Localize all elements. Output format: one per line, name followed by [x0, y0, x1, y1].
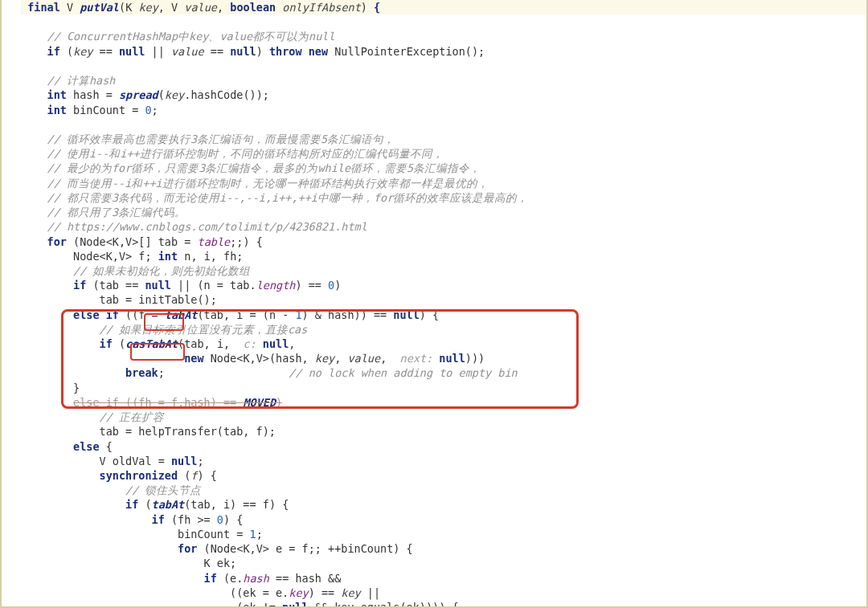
comment: // 都只用了3条汇编代码。 — [47, 206, 186, 218]
method-signature: final V putVal(K key, V value, boolean o… — [21, 0, 866, 14]
comment: // 正在扩容 — [100, 410, 164, 423]
comment: // 使用i--和i++进行循环控制时，不同的循环结构所对应的汇编代码量不同， — [47, 147, 444, 160]
comment: // 最少的为for循环，只需要3条汇编指令，最多的为while循环，需要5条汇… — [47, 161, 481, 174]
comment: // 计算hash — [47, 74, 116, 87]
struck-line: else if ((fh = f.hash) == MOVED) — [73, 396, 282, 409]
comment: // ConcurrentHashMap中key、value都不可以为null — [47, 30, 335, 43]
comment: // 循环效率最高也需要执行3条汇编语句，而最慢需要5条汇编语句， — [47, 133, 395, 145]
code-block: final V putVal(K key, V value, boolean o… — [2, 0, 866, 608]
comment: // https://www.cnblogs.com/tolimit/p/423… — [47, 220, 367, 233]
comment: // 如果目标索引位置没有元素，直接cas — [100, 323, 308, 336]
comment: // 锁住头节点 — [125, 484, 201, 496]
code-viewer: final V putVal(K key, V value, boolean o… — [0, 0, 868, 608]
comment: // no lock when adding to empty bin — [289, 366, 517, 379]
comment: // 如果未初始化，则先初始化数组 — [73, 264, 250, 277]
comment: // 都只需要3条代码，而无论使用i--,--i,i++,++i中哪一种，for… — [47, 191, 529, 204]
comment: // 而当使用--i和++i进行循环控制时，无论哪一种循环结构执行效率都一样是最… — [47, 177, 489, 190]
